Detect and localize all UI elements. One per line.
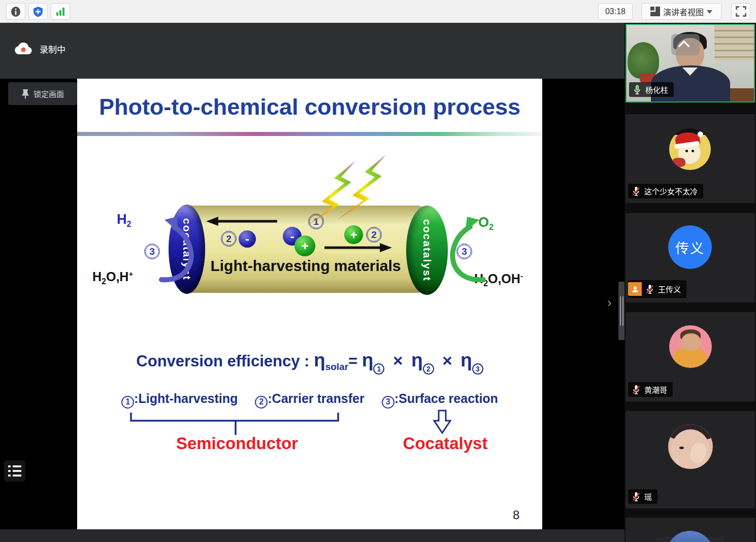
lock-screen-button[interactable]: 锁定画面 [8, 82, 77, 105]
water-proton-label: H2O,H+ [92, 269, 133, 286]
water-hydroxide-label: H2O,OH- [474, 272, 523, 288]
signal-bars-icon [55, 7, 66, 17]
cocatalyst-label: Cocatalyst [382, 434, 509, 453]
hole-sphere: + [344, 225, 363, 244]
title-divider [77, 132, 542, 136]
participant-tile[interactable]: 黄潮哥 [626, 312, 755, 401]
cloud-recording-icon [14, 42, 32, 55]
participant-name: 瑶 [644, 491, 652, 502]
agenda-list-button[interactable] [4, 460, 25, 482]
speaker-view-icon [650, 7, 660, 16]
caret-down-icon [707, 10, 712, 14]
view-mode-label: 演讲者视图 [663, 6, 704, 18]
mic-muted-icon [632, 186, 641, 196]
fullscreen-icon [736, 6, 746, 17]
participant-tile-partial[interactable] [626, 518, 755, 542]
cocatalyst-right-label: cocatalyst [421, 219, 433, 282]
cocatalyst-cap-right: cocatalyst [406, 206, 448, 295]
avatar [669, 128, 711, 170]
top-toolbar: 03:18 演讲者视图 [0, 0, 756, 23]
participant-name-chip: 瑶 [628, 489, 658, 504]
info-icon [10, 6, 21, 17]
conversion-efficiency-formula: Conversion efficiency : ηsolar= η1 × η2 … [77, 350, 542, 375]
electron-sphere: - [239, 230, 256, 248]
slide-page-number: 8 [513, 508, 519, 522]
collapse-tile-button[interactable] [671, 34, 700, 55]
recording-label: 录制中 [40, 43, 65, 55]
diagram-annotations [77, 79, 542, 529]
shared-slide: Photo-to-chemical conversion process coc… [77, 79, 542, 529]
h2-label: H2 [117, 212, 131, 229]
participant-tile[interactable]: 传义 王传义 [626, 213, 755, 302]
meeting-timer: 03:18 [598, 3, 633, 20]
stage-bottom-strip [0, 529, 624, 542]
step3-circle-right: 3 [456, 244, 472, 259]
hole-sphere: + [294, 235, 315, 256]
avatar [668, 424, 713, 469]
meeting-info-button[interactable] [6, 3, 25, 20]
legend-item: 3:Surface reaction [382, 391, 498, 409]
fullscreen-button[interactable] [731, 3, 750, 20]
o2-label: O2 [478, 215, 494, 232]
shield-plus-icon [32, 6, 44, 17]
legend-item: 1:Light-harvesting [121, 391, 238, 409]
recording-indicator: 录制中 [14, 42, 65, 55]
participant-name: 王传义 [658, 284, 681, 294]
step1-circle: 1 [308, 214, 324, 229]
participant-tile[interactable]: 瑶 [626, 411, 755, 509]
sidebar-resize-grip[interactable] [618, 282, 624, 340]
step-legend: 1:Light-harvesting 2:Carrier transfer 3:… [77, 391, 542, 409]
timer-text: 03:18 [605, 7, 626, 16]
semiconductor-brace [131, 413, 338, 435]
participant-tile-video[interactable]: 杨化柱 [626, 24, 755, 103]
semiconductor-label: Semiconductor [174, 434, 301, 453]
step2-circle-right: 2 [366, 227, 382, 243]
avatar: 传义 [668, 225, 712, 269]
participant-name: 杨化柱 [645, 84, 668, 95]
participant-name-chip: 杨化柱 [629, 82, 674, 97]
meeting-window: 03:18 演讲者视图 录制中 [0, 0, 756, 542]
cocatalyst-left-label: cocatalyst [181, 218, 193, 281]
lock-screen-label: 锁定画面 [34, 88, 64, 99]
view-mode-button[interactable]: 演讲者视图 [641, 3, 721, 20]
security-button[interactable] [28, 3, 48, 20]
participant-name-chip: 王传义 [628, 280, 686, 298]
participant-name: 黄潮哥 [644, 384, 667, 395]
network-signal-button[interactable] [51, 3, 70, 20]
mic-muted-icon [632, 385, 641, 395]
down-arrow-icon [434, 411, 450, 433]
mic-muted-icon [632, 492, 641, 502]
participant-tile[interactable]: 这个少女不太冷 [626, 114, 755, 203]
stage-top-strip [0, 23, 624, 79]
legend-item: 2:Carrier transfer [255, 391, 364, 409]
avatar-initials: 传义 [675, 238, 705, 257]
avatar [669, 325, 712, 368]
cylinder-body-label: Light-harvesting materials [199, 257, 412, 275]
pushpin-icon [21, 89, 29, 99]
mic-muted-icon [645, 284, 654, 294]
cocatalyst-cap-left: cocatalyst [169, 205, 205, 294]
host-badge-icon [628, 282, 642, 296]
bullet-list-icon [8, 465, 21, 477]
participant-name-chip: 黄潮哥 [628, 382, 673, 397]
main-stage: 录制中 锁定画面 Photo-to-chemical conversion pr… [0, 23, 624, 542]
slide-title: Photo-to-chemical conversion process [77, 94, 542, 120]
mic-on-icon [633, 85, 642, 95]
chevron-up-icon [678, 41, 690, 52]
participants-panel: 杨化柱 这个少女不太冷 [624, 23, 756, 542]
participant-name-chip: 这个少女不太冷 [628, 184, 703, 198]
expand-panel-chevron[interactable]: › [607, 296, 612, 309]
step3-circle-left: 3 [144, 244, 160, 259]
step2-circle-left: 2 [221, 231, 237, 247]
participant-name: 这个少女不太冷 [644, 186, 698, 196]
avatar [666, 531, 714, 542]
